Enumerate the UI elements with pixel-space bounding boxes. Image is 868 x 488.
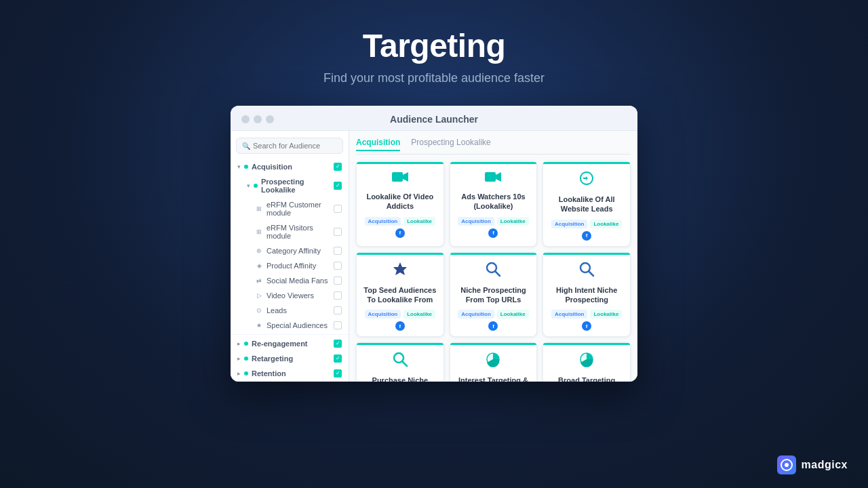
page-title: Targeting: [323, 27, 545, 64]
window-dot-yellow: [254, 115, 262, 123]
star-icon: ★: [255, 321, 263, 329]
sidebar-item-special[interactable]: ★ Special Audiences: [231, 318, 349, 333]
acquisition-checkbox[interactable]: [334, 163, 342, 171]
retargeting-dot: [244, 357, 248, 361]
retargeting-checkbox[interactable]: [334, 354, 342, 363]
card-footer-6: Acquisition Lookalike f: [549, 310, 625, 331]
badge-acquisition-6: Acquisition: [551, 310, 588, 319]
sidebar-item-leads[interactable]: ⊙ Leads: [231, 303, 349, 318]
facebook-icon-3: f: [582, 231, 591, 241]
sidebar-item-acquisition[interactable]: ▾ Acquisition: [231, 159, 349, 174]
sidebar-label-category: Category Affinity: [267, 247, 321, 255]
card-title-9: Broad Targeting: [558, 375, 615, 382]
card-title-6: High Intent Niche Prospecting: [549, 285, 625, 305]
sidebar-item-erfm-visitors[interactable]: ⊞ eRFM Visitors module: [231, 220, 349, 243]
window-body: 🔍 ▾ Acquisition ▾: [231, 131, 637, 382]
sidebar-item-category[interactable]: ⊛ Category Affinity: [231, 243, 349, 258]
main-content: Acquisition Prospecting Lookalike Lookal…: [349, 131, 637, 382]
card-title-8: Interest Targeting & Audience Mixes: [456, 375, 532, 382]
svg-line-8: [589, 271, 594, 276]
leads-checkbox[interactable]: [334, 306, 342, 314]
category-checkbox[interactable]: [334, 247, 342, 255]
svg-rect-0: [392, 172, 403, 182]
card-footer-2: Acquisition Lookalike f: [456, 217, 532, 238]
badge-acquisition-2: Acquisition: [458, 217, 494, 226]
card-interest-targeting[interactable]: Interest Targeting & Audience Mixes Acqu…: [450, 342, 538, 382]
card-title-5: Niche Prospecting From Top URLs: [456, 285, 532, 305]
card-title-1: Lookalike Of Video Addicts: [362, 192, 438, 211]
social-checkbox[interactable]: [334, 277, 342, 285]
sidebar-item-erfm-customer[interactable]: ⊞ eRFM Customer module: [231, 197, 349, 220]
card-footer-1: Acquisition Lookalike f: [362, 217, 438, 238]
window-title: Audience Launcher: [390, 114, 478, 125]
tab-prospecting-lookalike[interactable]: Prospecting Lookalike: [411, 138, 490, 151]
sidebar-item-retargeting[interactable]: ▸ Retargeting: [231, 351, 349, 366]
chevron-right-icon-3: ▸: [237, 370, 241, 377]
product-checkbox[interactable]: [334, 262, 342, 270]
facebook-icon-5: f: [488, 321, 498, 331]
tabs-bar: Acquisition Prospecting Lookalike: [356, 138, 631, 155]
badge-lookalike-5: Lookalike: [497, 310, 529, 319]
tag-icon: ⊛: [255, 247, 263, 255]
reengagement-dot: [244, 342, 248, 346]
star-icon-large: [392, 261, 408, 281]
badge-acquisition-4: Acquisition: [365, 310, 401, 319]
card-lookalike-website-leads[interactable]: Lookalike Of All Website Leads Acquisiti…: [542, 161, 631, 247]
badge-acquisition-1: Acquisition: [365, 217, 401, 226]
card-ads-watchers[interactable]: Ads Watchers 10s (Lookalike) Acquisition…: [450, 161, 538, 247]
page-wrapper: Targeting Find your most profitable audi…: [0, 0, 868, 382]
sidebar-item-product[interactable]: ◈ Product Affinity: [231, 258, 349, 273]
sidebar-item-prospecting-lookalike[interactable]: ▾ Prospecting Lookalike: [231, 174, 349, 197]
retention-dot: [244, 371, 248, 375]
retention-checkbox[interactable]: [334, 369, 342, 378]
brand-logo: madgicx: [777, 455, 848, 474]
brand-icon: [777, 455, 796, 474]
c-brand-icon: [578, 170, 595, 190]
brand-name: madgicx: [802, 459, 848, 471]
svg-marker-4: [393, 262, 407, 275]
card-lookalike-video-addicts[interactable]: Lookalike Of Video Addicts Acquisition L…: [356, 161, 444, 247]
svg-point-14: [785, 463, 789, 467]
erfm-visitors-checkbox[interactable]: [334, 228, 342, 236]
sidebar-item-retention[interactable]: ▸ Retention: [231, 366, 349, 381]
window-dot-green: [266, 115, 274, 123]
search-icon-large: [485, 261, 501, 281]
svg-marker-3: [496, 172, 501, 182]
tab-acquisition[interactable]: Acquisition: [356, 138, 400, 151]
prospecting-dot: [254, 184, 258, 188]
sidebar-search-container[interactable]: 🔍: [236, 138, 343, 154]
video-camera-icon-2: [485, 170, 501, 188]
badge-lookalike-2: Lookalike: [497, 217, 529, 226]
sidebar-label-retargeting: Retargeting: [252, 354, 293, 363]
facebook-icon-2: f: [488, 228, 498, 238]
erfm-customer-checkbox[interactable]: [334, 205, 342, 213]
prospecting-checkbox[interactable]: [334, 182, 342, 190]
video-checkbox[interactable]: [334, 291, 342, 300]
search-input[interactable]: [253, 142, 337, 150]
card-title-4: Top Seed Audiences To Lookalike From: [362, 285, 438, 305]
card-high-intent-niche[interactable]: High Intent Niche Prospecting Acquisitio…: [542, 252, 631, 338]
card-broad-targeting[interactable]: Broad Targeting Acquisition G f: [542, 342, 631, 382]
sidebar-item-reengagement[interactable]: ▸ Re-engagement: [231, 336, 349, 351]
badge-lookalike-1: Lookalike: [403, 217, 435, 226]
sidebar-item-video[interactable]: ▷ Video Viewers: [231, 288, 349, 303]
sidebar-label-special: Special Audiences: [267, 321, 328, 329]
card-purchase-niche[interactable]: Purchase Niche Prospecting (URLs) Acquis…: [356, 342, 444, 382]
special-checkbox[interactable]: [334, 321, 342, 329]
badge-acquisition-5: Acquisition: [458, 310, 494, 319]
card-title-7: Purchase Niche Prospecting (URLs): [362, 375, 438, 382]
card-niche-prospecting-urls[interactable]: Niche Prospecting From Top URLs Acquisit…: [450, 252, 538, 338]
facebook-icon-1: f: [395, 228, 405, 238]
reengagement-checkbox[interactable]: [334, 340, 342, 348]
card-top-seed-audiences[interactable]: Top Seed Audiences To Lookalike From Acq…: [356, 252, 444, 338]
svg-line-10: [402, 362, 407, 367]
video-camera-icon: [392, 170, 408, 188]
sidebar-label-erfm-customer: eRFM Customer module: [267, 201, 334, 217]
sidebar-item-social[interactable]: ⇄ Social Media Fans: [231, 273, 349, 288]
svg-rect-2: [485, 172, 496, 182]
card-footer-4: Acquisition Lookalike f: [362, 310, 438, 331]
facebook-icon-4: f: [395, 321, 405, 331]
badge-lookalike-3: Lookalike: [590, 220, 622, 228]
badge-acquisition-3: Acquisition: [551, 220, 588, 228]
sidebar-label-social: Social Media Fans: [267, 277, 328, 285]
